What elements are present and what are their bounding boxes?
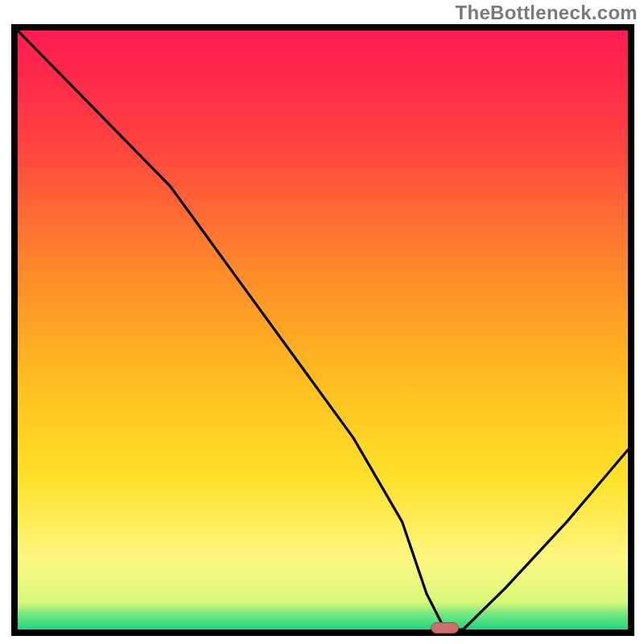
bottleneck-chart <box>0 0 644 644</box>
chart-root: { "watermark": "TheBottleneck.com", "col… <box>0 0 644 644</box>
heatmap-background <box>18 31 628 630</box>
watermark-text: TheBottleneck.com <box>456 2 638 24</box>
optimum-marker <box>431 623 459 634</box>
